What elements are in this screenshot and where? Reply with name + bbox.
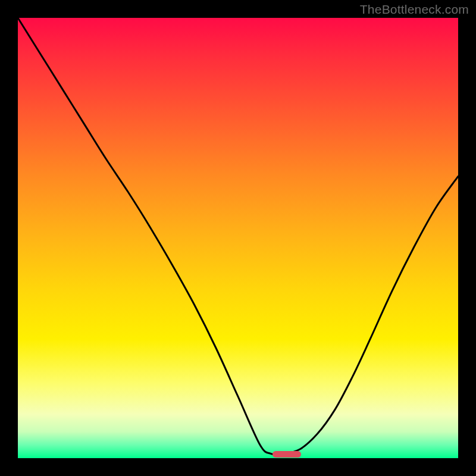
plot-area [18, 18, 458, 458]
optimal-range-marker [273, 451, 301, 458]
chart-frame: TheBottleneck.com [0, 0, 476, 476]
watermark-text: TheBottleneck.com [360, 2, 469, 17]
bottleneck-curve [18, 18, 458, 458]
